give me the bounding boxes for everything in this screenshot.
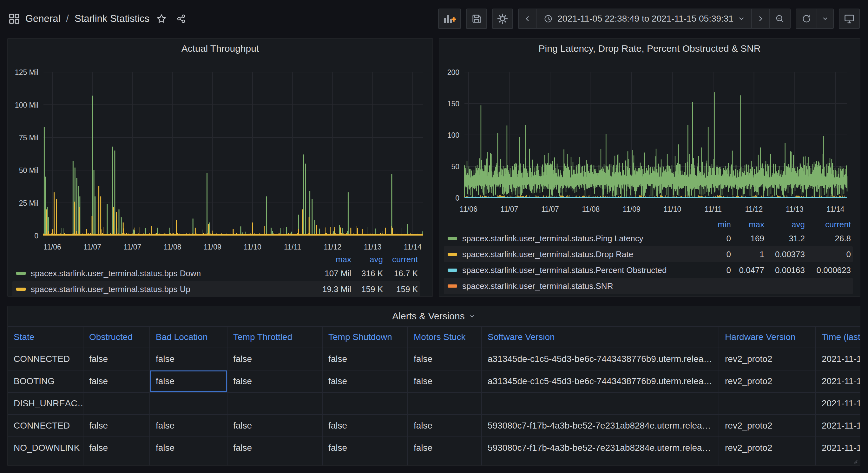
x-axis-label: 11/11 [284,243,301,251]
legend-swatch[interactable] [447,237,457,240]
table-cell: false [227,348,323,371]
legend-stat-value-min: 0 [699,265,731,275]
kiosk-mode-button[interactable] [839,8,860,29]
table-cell: false [150,415,227,437]
legend-swatch[interactable] [16,272,26,275]
table-cell [150,460,227,466]
legend-swatch[interactable] [447,253,457,256]
table-cell: 2021-11-12 [816,415,860,437]
table-row: CONNECTEDfalsefalsefalsefalsefalse593080… [8,415,860,437]
column-header-software-version[interactable]: Software Version [482,326,719,348]
column-header-state[interactable]: State [8,326,84,348]
time-shift-back-button[interactable] [519,9,536,28]
y-axis-label: 100 Mil [15,101,38,109]
panel-title-alerts-versions[interactable]: Alerts & Versions [8,306,860,326]
table-cell: false [323,437,408,460]
legend-stat-header-avg[interactable]: avg [764,220,805,230]
x-axis-label: 11/06 [460,205,477,213]
table-cell: DISH_UNREAC… [8,393,84,415]
table-cell: false [227,371,323,393]
table-cell: false [150,348,227,371]
legend-series-label[interactable]: spacex.starlink.user_terminal.status.SNR [462,281,699,291]
x-axis-label: 11/11 [705,205,722,213]
table-cell [227,393,323,415]
favorite-star-button[interactable] [156,13,166,24]
table-cell [719,393,816,415]
legend-stat-header-avg[interactable]: avg [351,255,383,264]
table-cell: 593080c7-f17b-4a3b-be52-7e231ab8284e.ute… [482,437,719,460]
legend-series-row: spacex.starlink.user_terminal.status.Per… [444,262,853,278]
table-cell: a31345de-c1c5-45d3-be6c-7443438776b9.ute… [482,371,719,393]
legend-header-row: maxavgcurrent [12,253,420,265]
panel-alerts-versions: Alerts & Versions StateObstructedBad Loc… [7,306,860,466]
breadcrumb-folder[interactable]: General [25,13,60,25]
y-axis-label: 50 Mil [19,166,38,175]
legend-stat-value-min: 0 [699,234,731,243]
dashboard-toolbar: 2021-11-05 22:38:49 to 2021-11-15 05:39:… [438,8,860,29]
table-cell: 2021-11-12 [816,371,860,393]
legend-series-row: spacex.starlink.user_terminal.status.bps… [12,281,420,297]
legend-series-label[interactable]: spacex.starlink.user_terminal.status.bps… [31,269,310,278]
legend-stat-header-max[interactable]: max [731,220,764,230]
dashboards-grid-icon[interactable] [8,13,20,25]
time-zoom-out-button[interactable] [769,9,790,28]
table-cell: 2021-11-11 [816,437,860,460]
save-icon [471,13,482,25]
x-axis-label: 11/07 [84,243,101,251]
legend-series-label[interactable]: spacex.starlink.user_terminal.status.Per… [462,265,699,275]
legend-swatch[interactable] [16,288,26,291]
column-header-motors-stuck[interactable]: Motors Stuck [408,326,482,348]
column-header-temp-shutdown[interactable]: Temp Shutdown [323,326,408,348]
column-header-bad-location[interactable]: Bad Location [150,326,227,348]
dashboard-settings-button[interactable] [492,8,513,29]
x-axis-label: 11/10 [244,243,261,251]
series-bps-up-baseline [43,234,423,236]
panel-title-ping-latency[interactable]: Ping Latency, Drop Rate, Percent Obstruc… [439,39,860,58]
legend-stat-value-max: 1 [731,249,764,259]
column-header-temp-throttled[interactable]: Temp Throttled [227,326,323,348]
time-range-picker[interactable]: 2021-11-05 22:38:49 to 2021-11-15 05:39:… [536,9,751,28]
legend-stat-header-current[interactable]: current [805,220,851,230]
series-percent-obstructed [464,197,847,198]
x-axis-label: 11/07 [501,205,518,213]
x-axis-label: 11/12 [745,205,763,213]
monitor-icon [844,13,855,25]
panel-resize-grip[interactable] [852,459,858,464]
legend-series-label[interactable]: spacex.starlink.user_terminal.status.Dro… [462,249,699,259]
column-header-hardware-version[interactable]: Hardware Version [719,326,816,348]
table-cell: rev2_proto2 [719,437,816,460]
table-cell: false [84,415,150,437]
legend-stat-header-max[interactable]: max [310,255,351,264]
x-axis-label: 11/08 [582,205,600,213]
time-shift-forward-button[interactable] [751,9,769,28]
legend-series-label[interactable]: spacex.starlink.user_terminal.status.Pin… [462,234,699,243]
legend-stat-header-current[interactable]: current [383,255,418,264]
table-cell: false [323,415,408,437]
legend-swatch[interactable] [447,285,457,288]
share-button[interactable] [176,13,186,24]
table-cell: 2021-11-15 [816,348,860,371]
legend-stat-value-avg: 316 K [351,269,383,278]
panel-title-actual-throughput[interactable]: Actual Throughput [8,39,432,58]
legend-stat-header-min[interactable]: min [699,220,731,230]
time-range-label: 2021-11-05 22:38:49 to 2021-11-15 05:39:… [557,13,734,24]
table-cell: rev2_proto2 [719,415,816,437]
legend-series-label[interactable]: spacex.starlink.user_terminal.status.bps… [31,285,310,294]
legend-stat-value-min: 0 [699,249,731,259]
refresh-interval-dropdown[interactable] [816,9,833,28]
add-panel-icon [443,13,456,25]
table-cell: NO_DOWNLINK [8,437,84,460]
breadcrumb: General / Starlink Statistics [8,13,186,25]
column-header-obstructed[interactable]: Obstructed [84,326,150,348]
column-header-time-last-[interactable]: Time (last) [816,326,860,348]
panel-ping-latency: Ping Latency, Drop Rate, Percent Obstruc… [439,38,860,297]
add-panel-button[interactable] [438,8,461,29]
refresh-dashboard-button[interactable] [796,9,816,28]
table-cell [323,460,408,466]
save-dashboard-button[interactable] [466,8,487,29]
legend-swatch[interactable] [447,269,457,272]
table-row: CONNECTEDfalsefalsefalsefalsefalsea31345… [8,348,860,371]
legend-stat-value-current: 16.7 K [383,269,418,278]
legend-series-row: spacex.starlink.user_terminal.status.bps… [12,265,420,281]
panel-title-text: Alerts & Versions [392,311,464,322]
